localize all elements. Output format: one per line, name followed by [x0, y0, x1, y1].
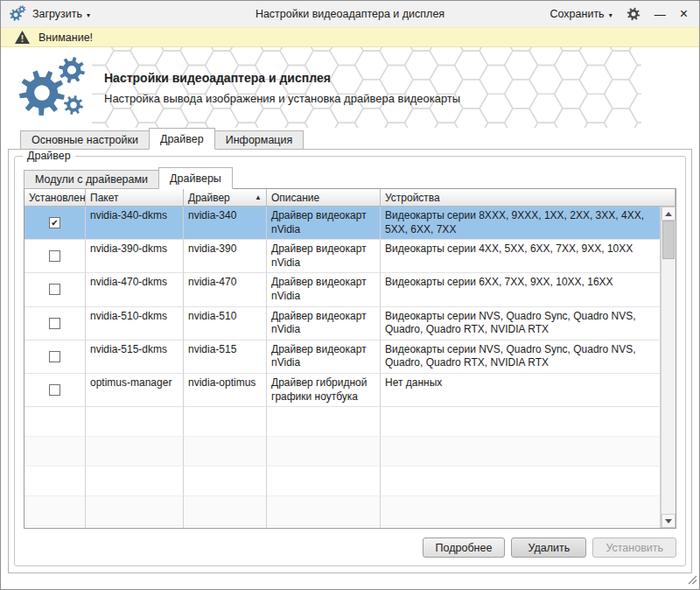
column-header-1[interactable]: Пакет: [86, 189, 184, 206]
empty-cell: [86, 407, 184, 437]
empty-cell: [24, 437, 86, 467]
column-header-3[interactable]: Описание: [267, 189, 381, 206]
description-cell: Драйвер гибридной графики ноутбука: [267, 374, 381, 407]
row-checkbox[interactable]: [49, 384, 60, 396]
empty-row: [24, 467, 661, 496]
vertical-scrollbar[interactable]: [661, 207, 676, 528]
column-header-2[interactable]: Драйвер▲: [184, 189, 267, 206]
installed-cell: [24, 374, 86, 407]
chevron-down-icon: ▾: [87, 10, 90, 19]
svg-text:!: !: [21, 34, 24, 44]
installed-cell: ✔: [24, 207, 86, 240]
table-row[interactable]: nvidia-510-dkmsnvidia-510Драйвер видеока…: [24, 307, 661, 341]
empty-cell: [86, 526, 184, 528]
table-header: УстановленПакетДрайвер▲ОписаниеУстройств…: [24, 189, 676, 207]
column-header-4[interactable]: Устройства: [381, 189, 676, 206]
devices-cell: Видеокарты серии 4XX, 5XX, 6XX, 7XX, 9XX…: [381, 240, 661, 273]
empty-cell: [184, 407, 267, 437]
row-checkbox[interactable]: [49, 250, 60, 262]
column-header-label: Установлен: [29, 192, 86, 204]
warning-icon: !: [14, 30, 31, 45]
installed-cell: [24, 240, 86, 273]
driver-groupbox: Драйвер Модули с драйверамиДрайверы Уста…: [14, 156, 686, 566]
empty-cell: [267, 467, 381, 496]
empty-cell: [184, 467, 267, 496]
table-row[interactable]: optimus-managernvidia-optimusДрайвер гиб…: [24, 374, 661, 407]
installed-cell: [24, 273, 86, 306]
empty-cell: [24, 526, 86, 528]
resize-grip[interactable]: [686, 573, 697, 587]
drivers-table: УстановленПакетДрайвер▲ОписаниеУстройств…: [24, 188, 676, 529]
package-cell: nvidia-515-dkms: [86, 341, 184, 374]
column-header-label: Драйвер: [188, 192, 230, 204]
chevron-down-icon: ▾: [609, 10, 612, 19]
page-title: Настройки видеоадаптера и дисплея: [104, 71, 331, 85]
inner-tabs: Модули с драйверамиДрайверы: [24, 167, 232, 189]
triangle-down-icon: [665, 519, 672, 523]
installed-cell: [24, 307, 86, 341]
table-row[interactable]: ✔nvidia-340-dkmsnvidia-340Драйвер видеок…: [24, 207, 661, 240]
row-checkbox[interactable]: [49, 351, 60, 362]
devices-cell: Видеокарты серии 8XXX, 9XXX, 1XX, 2XX, 3…: [381, 207, 661, 240]
table-row[interactable]: nvidia-470-dkmsnvidia-470Драйвер видеока…: [24, 273, 661, 306]
driver-cell: nvidia-510: [184, 307, 267, 341]
devices-cell: Нет данных: [381, 374, 661, 407]
empty-cell: [86, 437, 184, 467]
devices-cell: Видеокарты серии NVS, Quadro Sync, Quadr…: [381, 307, 661, 341]
scroll-up-button[interactable]: [662, 207, 676, 221]
column-header-0[interactable]: Установлен: [24, 189, 86, 206]
save-button[interactable]: Сохранить ▾: [550, 8, 612, 20]
table-rows: ✔nvidia-340-dkmsnvidia-340Драйвер видеок…: [24, 207, 661, 528]
scrollbar-track[interactable]: [662, 221, 676, 514]
action-buttons: Подробнее Удалить Установить: [423, 537, 676, 558]
description-cell: Драйвер видеокарт nVidia: [267, 207, 381, 240]
warning-text: Внимание!: [38, 32, 93, 44]
triangle-up-icon: [665, 212, 672, 216]
minimize-button[interactable]: —: [654, 9, 666, 20]
delete-button[interactable]: Удалить: [511, 537, 586, 558]
table-row[interactable]: nvidia-390-dkmsnvidia-390Драйвер видеока…: [24, 240, 661, 273]
install-button[interactable]: Установить: [592, 537, 676, 558]
tab-0[interactable]: Основные настройки: [20, 130, 150, 150]
tab-2[interactable]: Информация: [214, 130, 304, 150]
row-checkbox[interactable]: ✔: [49, 217, 60, 228]
page-header: Настройки видеоадаптера и дисплея Настро…: [1, 47, 699, 129]
empty-cell: [381, 496, 661, 526]
app-gears-icon-large: [12, 53, 93, 129]
row-checkbox[interactable]: [49, 284, 60, 295]
scrollbar-thumb[interactable]: [662, 221, 675, 259]
inner-tab-1[interactable]: Драйверы: [158, 167, 233, 189]
warning-banner: ! Внимание!: [1, 27, 699, 47]
installed-cell: [24, 341, 86, 374]
package-cell: nvidia-390-dkms: [86, 240, 184, 273]
description-cell: Драйвер видеокарт nVidia: [267, 307, 381, 341]
details-button[interactable]: Подробнее: [423, 537, 506, 558]
empty-row: [24, 526, 661, 528]
package-cell: nvidia-470-dkms: [86, 273, 184, 306]
driver-cell: nvidia-optimus: [184, 374, 267, 407]
table-row[interactable]: nvidia-515-dkmsnvidia-515Драйвер видеока…: [24, 341, 661, 374]
scroll-down-button[interactable]: [662, 514, 676, 528]
description-cell: Драйвер видеокарт nVidia: [267, 240, 381, 273]
package-cell: nvidia-510-dkms: [86, 307, 184, 341]
devices-cell: Видеокарты серии 6XX, 7XX, 9XX, 10XX, 16…: [381, 273, 661, 306]
empty-cell: [24, 496, 86, 526]
sort-ascending-icon: ▲: [251, 193, 262, 201]
close-button[interactable]: ×: [680, 7, 688, 21]
description-cell: Драйвер видеокарт nVidia: [267, 273, 381, 306]
tab-1[interactable]: Драйвер: [149, 128, 215, 150]
inner-tab-0[interactable]: Модули с драйверами: [24, 170, 159, 189]
settings-gear-button[interactable]: [626, 7, 640, 21]
empty-row: [24, 407, 661, 437]
driver-cell: nvidia-390: [184, 240, 267, 273]
empty-cell: [267, 407, 381, 437]
empty-cell: [381, 467, 661, 496]
empty-cell: [267, 526, 381, 528]
row-checkbox[interactable]: [49, 318, 60, 329]
column-header-label: Описание: [271, 192, 319, 204]
load-button[interactable]: Загрузить ▾: [32, 8, 90, 20]
column-header-label: Устройства: [385, 192, 440, 204]
empty-cell: [86, 496, 184, 526]
empty-cell: [267, 437, 381, 467]
package-cell: nvidia-340-dkms: [86, 207, 184, 240]
